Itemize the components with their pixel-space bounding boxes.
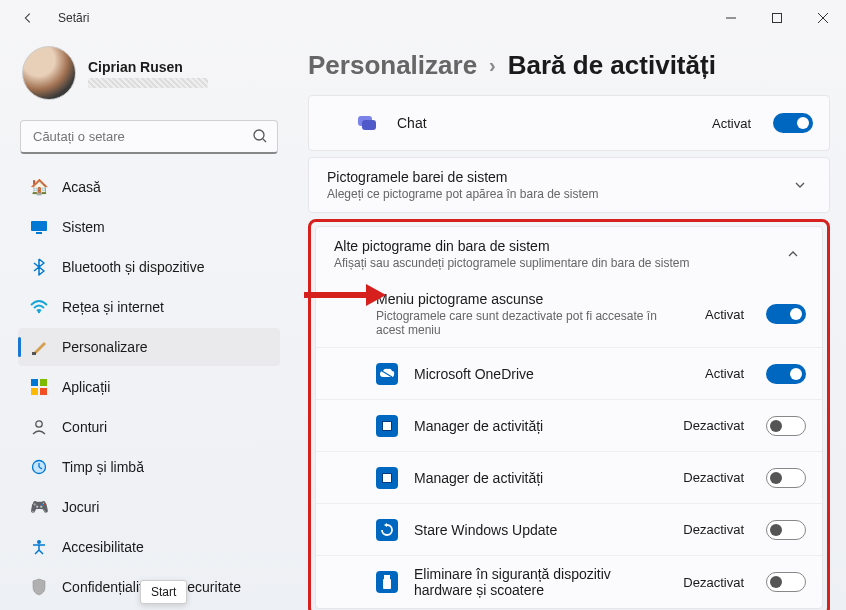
user-name: Ciprian Rusen [88, 59, 208, 75]
breadcrumb-parent[interactable]: Personalizare [308, 50, 477, 81]
taskmgr-toggle-1[interactable] [766, 416, 806, 436]
hidden-menu-row: Meniu pictograme ascunse Pictogramele ca… [316, 281, 822, 347]
shield-icon [30, 578, 48, 596]
svg-rect-10 [31, 379, 38, 386]
svg-rect-11 [40, 379, 47, 386]
chevron-right-icon: › [489, 54, 496, 77]
home-icon: 🏠 [30, 178, 48, 196]
nav-time-language[interactable]: Timp și limbă [18, 448, 280, 486]
chevron-down-icon [793, 178, 813, 192]
taskmgr-icon [376, 467, 398, 489]
taskmgr-toggle-2[interactable] [766, 468, 806, 488]
taskmgr-icon [376, 415, 398, 437]
nav-network[interactable]: Rețea și internet [18, 288, 280, 326]
back-button[interactable] [16, 6, 40, 30]
start-tooltip: Start [140, 580, 187, 604]
nav-list: 🏠Acasă Sistem Bluetooth și dispozitive R… [18, 168, 280, 610]
avatar [22, 46, 76, 100]
nav-apps[interactable]: Aplicații [18, 368, 280, 406]
svg-line-5 [263, 139, 266, 142]
svg-rect-6 [31, 221, 47, 231]
nav-gaming[interactable]: 🎮Jocuri [18, 488, 280, 526]
chat-icon [353, 113, 381, 133]
app-row-taskmgr-1: Manager de activități Dezactivat [316, 399, 822, 451]
svg-point-18 [37, 540, 41, 544]
svg-rect-23 [383, 579, 391, 589]
systray-expander[interactable]: Pictogramele barei de sistem Alegeți ce … [309, 158, 829, 212]
eject-toggle[interactable] [766, 572, 806, 592]
app-row-update: Stare Windows Update Dezactivat [316, 503, 822, 555]
wifi-icon [30, 298, 48, 316]
close-button[interactable] [800, 0, 846, 36]
accessibility-icon [30, 538, 48, 556]
svg-rect-12 [31, 388, 38, 395]
svg-rect-22 [384, 575, 390, 579]
nav-accounts[interactable]: Conturi [18, 408, 280, 446]
chat-row[interactable]: Chat Activat [309, 96, 829, 150]
svg-point-14 [36, 421, 42, 427]
app-row-onedrive: Microsoft OneDrive Activat [316, 347, 822, 399]
svg-rect-1 [773, 14, 782, 23]
bluetooth-icon [30, 258, 48, 276]
user-email-redacted [88, 78, 208, 88]
app-row-eject: Eliminare în siguranță dispozitiv hardwa… [316, 555, 822, 608]
app-row-taskmgr-2: Manager de activități Dezactivat [316, 451, 822, 503]
svg-rect-13 [40, 388, 47, 395]
apps-icon [30, 378, 48, 396]
update-toggle[interactable] [766, 520, 806, 540]
nav-system[interactable]: Sistem [18, 208, 280, 246]
highlight-box: Alte pictograme din bara de sistem Afișa… [308, 219, 830, 610]
svg-point-4 [254, 130, 264, 140]
update-icon [376, 519, 398, 541]
gamepad-icon: 🎮 [30, 498, 48, 516]
system-icon [30, 218, 48, 236]
clock-icon [30, 458, 48, 476]
svg-rect-20 [362, 120, 376, 130]
search-icon [252, 128, 268, 144]
brush-icon [30, 338, 48, 356]
breadcrumb-current: Bară de activități [508, 50, 716, 81]
search-input[interactable] [20, 120, 278, 154]
person-icon [30, 418, 48, 436]
onedrive-icon [376, 363, 398, 385]
svg-point-8 [38, 311, 40, 313]
hidden-menu-toggle[interactable] [766, 304, 806, 324]
nav-home[interactable]: 🏠Acasă [18, 168, 280, 206]
nav-accessibility[interactable]: Accesibilitate [18, 528, 280, 566]
nav-bluetooth[interactable]: Bluetooth și dispozitive [18, 248, 280, 286]
other-icons-expander[interactable]: Alte pictograme din bara de sistem Afișa… [316, 227, 822, 281]
window-title: Setări [58, 11, 89, 25]
nav-personalization[interactable]: Personalizare [18, 328, 280, 366]
svg-rect-7 [36, 232, 42, 234]
user-profile[interactable]: Ciprian Rusen [18, 40, 280, 112]
chat-toggle[interactable] [773, 113, 813, 133]
svg-rect-9 [32, 352, 36, 355]
usb-icon [376, 571, 398, 593]
breadcrumb: Personalizare › Bară de activități [308, 50, 830, 81]
minimize-button[interactable] [708, 0, 754, 36]
chevron-up-icon [786, 247, 806, 261]
onedrive-toggle[interactable] [766, 364, 806, 384]
maximize-button[interactable] [754, 0, 800, 36]
